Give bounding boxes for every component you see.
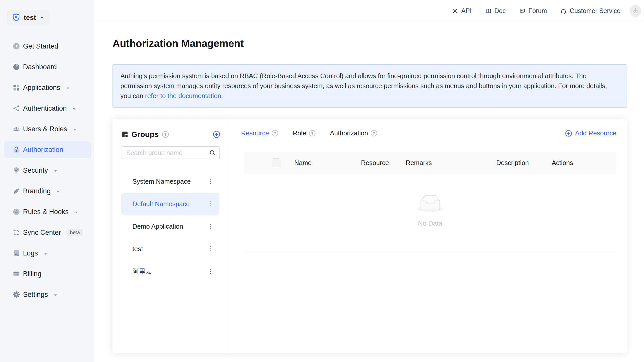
group-item-label: test <box>132 245 209 253</box>
top-header: API Doc Forum Customer Service <box>94 0 644 22</box>
role-help-icon[interactable]: ? <box>309 130 316 137</box>
column-header-actions: Actions <box>552 159 616 167</box>
tab-label: Authorization <box>330 130 368 137</box>
group-item-aliyun[interactable]: 阿里云 <box>121 260 219 282</box>
authorization-help-icon[interactable]: ? <box>370 130 377 137</box>
plus-circle-icon <box>565 130 572 137</box>
group-item-menu-button[interactable] <box>209 244 213 253</box>
sidebar-item-branding[interactable]: Branding <box>4 183 91 200</box>
group-item-label: Default Namespace <box>132 200 209 208</box>
sidebar-item-rules-hooks[interactable]: A Rules & Hooks <box>4 203 91 220</box>
group-item-menu-button[interactable] <box>209 267 213 276</box>
add-group-button[interactable] <box>213 131 220 138</box>
sidebar-item-billing[interactable]: Billing <box>4 265 91 282</box>
groups-help-icon[interactable]: ? <box>162 131 169 138</box>
svg-text:?: ? <box>311 131 313 135</box>
no-data-text: No Data <box>244 219 616 227</box>
book-icon <box>485 8 492 14</box>
page-title: Authorization Management <box>112 38 244 49</box>
sidebar-item-authentication[interactable]: Authentication <box>4 100 91 117</box>
sidebar-item-label: Logs <box>23 249 38 257</box>
svg-text:A: A <box>15 210 18 214</box>
chevron-down-icon <box>39 15 44 20</box>
sidebar-item-get-started[interactable]: Get Started <box>4 38 91 55</box>
sidebar-item-label: Rules & Hooks <box>23 208 69 216</box>
sidebar-item-users-roles[interactable]: Users & Roles <box>4 121 91 137</box>
group-item-menu-button[interactable] <box>209 199 213 208</box>
customer-service-link[interactable]: Customer Service <box>560 7 620 15</box>
resource-help-icon[interactable]: ? <box>272 130 278 137</box>
pie-chart-icon <box>12 63 20 71</box>
assistant-avatar[interactable] <box>630 5 641 17</box>
group-item-default-namespace[interactable]: Default Namespace <box>121 193 219 215</box>
sidebar-item-label: Sync Center <box>23 229 61 237</box>
shield-logo-icon <box>12 13 20 22</box>
group-item-label: System Namespace <box>132 178 209 185</box>
sidebar-item-label: Dashboard <box>23 63 57 71</box>
documentation-link[interactable]: refer to the documentation <box>145 92 221 99</box>
api-link[interactable]: API <box>452 7 471 15</box>
sidebar-item-label: Authorization <box>23 146 63 154</box>
group-item-system-namespace[interactable]: System Namespace <box>121 170 219 192</box>
sidebar-item-sync-center[interactable]: Sync Center beta <box>4 224 91 241</box>
doc-label: Doc <box>494 7 506 15</box>
shield-check-icon <box>12 166 20 174</box>
group-search-input[interactable] <box>121 146 220 159</box>
sidebar-item-settings[interactable]: Settings <box>4 286 91 303</box>
column-header-name: Name <box>294 159 361 167</box>
caret-down-icon <box>56 187 60 195</box>
share-icon <box>12 104 20 112</box>
caret-down-icon <box>73 125 77 133</box>
sidebar-item-security[interactable]: Security <box>4 162 91 179</box>
beta-badge: beta <box>67 229 83 236</box>
forum-link[interactable]: Forum <box>519 7 547 15</box>
groups-header: Groups ? <box>121 130 220 139</box>
workspace-switcher[interactable]: test <box>7 10 50 26</box>
sidebar-item-label: Security <box>23 167 48 174</box>
group-item-label: Demo Application <box>132 223 209 230</box>
sidebar-item-authorization[interactable]: Authorization <box>4 141 91 158</box>
tab-label: Resource <box>241 130 269 137</box>
search-icon <box>209 149 216 157</box>
billing-card-icon <box>12 270 20 278</box>
table-bottom-divider <box>244 252 616 252</box>
table-header-checkbox-cell <box>244 158 294 167</box>
group-list: System Namespace Default Namespace Demo … <box>121 170 219 283</box>
add-resource-label: Add Resource <box>575 130 616 137</box>
add-resource-button[interactable]: Add Resource <box>565 130 616 137</box>
table-header-row: Name Resource Remarks Description Action… <box>244 151 616 174</box>
group-item-menu-button[interactable] <box>209 222 213 231</box>
api-label: API <box>461 7 471 15</box>
log-file-icon <box>12 249 20 257</box>
tab-role[interactable]: Role ? <box>293 130 315 137</box>
doc-link[interactable]: Doc <box>485 7 506 15</box>
sidebar-item-dashboard[interactable]: Dashboard <box>4 59 91 75</box>
sidebar-item-logs[interactable]: Logs <box>4 245 91 262</box>
group-item-demo-application[interactable]: Demo Application <box>121 215 219 237</box>
select-all-checkbox[interactable] <box>272 158 280 167</box>
tab-authorization[interactable]: Authorization ? <box>330 130 378 137</box>
column-header-description: Description <box>496 159 552 167</box>
group-item-test[interactable]: test <box>121 238 219 260</box>
sidebar-item-label: Users & Roles <box>23 125 67 133</box>
group-item-label: 阿里云 <box>132 267 209 276</box>
group-item-menu-button[interactable] <box>209 177 213 186</box>
sidebar-item-label: Billing <box>23 270 41 278</box>
sidebar-item-applications[interactable]: Applications <box>4 79 91 96</box>
groups-title: Groups <box>131 130 159 139</box>
tools-icon <box>452 8 458 14</box>
empty-state: No Data <box>244 195 616 227</box>
sidebar-item-label: Branding <box>23 187 51 195</box>
app-grid-icon <box>12 84 20 92</box>
paintbrush-icon <box>12 187 20 195</box>
sidebar-item-label: Authentication <box>23 104 67 112</box>
resource-content-panel: Resource ? Role ? Authorization ? <box>228 119 627 353</box>
column-header-resource: Resource <box>361 159 406 167</box>
svg-text:?: ? <box>373 131 375 135</box>
caret-down-icon <box>74 208 78 216</box>
sidebar-item-label: Get Started <box>23 42 58 50</box>
tab-resource[interactable]: Resource ? <box>241 130 278 137</box>
headset-icon <box>560 8 567 14</box>
svg-text:?: ? <box>164 132 166 136</box>
group-search <box>121 146 220 159</box>
